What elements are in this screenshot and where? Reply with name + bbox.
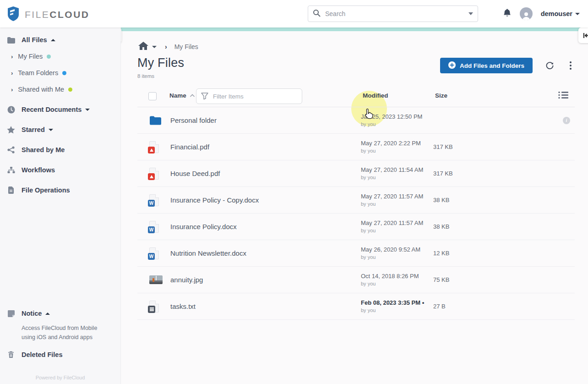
- modified-by: by you: [361, 174, 433, 181]
- file-table: Name Modified Size Personal folder: [137, 85, 575, 320]
- search-bar[interactable]: [308, 5, 478, 22]
- items-count: 8 items: [137, 73, 184, 79]
- expand-caret-icon: [49, 129, 53, 131]
- file-size: 38 KB: [433, 223, 558, 230]
- column-header-name[interactable]: Name: [169, 92, 195, 99]
- table-row[interactable]: House Deed.pdf May 27, 2020 11:54 AM by …: [137, 160, 575, 187]
- home-icon[interactable]: [138, 42, 148, 52]
- breadcrumb-separator: ›: [165, 43, 167, 50]
- file-type-icon: W: [149, 221, 163, 233]
- sidebar-collapse-button[interactable]: [121, 27, 121, 43]
- folder-icon: [6, 37, 16, 44]
- modified-cell: May 27, 2020 11:57 AM by you: [361, 193, 433, 207]
- filter-items-input[interactable]: [196, 88, 302, 104]
- main-content: › My Files My Files 8 items Add Files an…: [121, 27, 588, 384]
- trash-icon: [6, 351, 16, 358]
- file-name[interactable]: Personal folder: [170, 116, 361, 124]
- modified-cell: May 27, 2020 11:54 AM by you: [361, 166, 433, 181]
- share-icon: [6, 146, 16, 154]
- filecloud-shield-icon: [6, 6, 20, 23]
- modified-cell: May 27, 2020 2:22 PM by you: [361, 140, 433, 154]
- panel-collapse-button[interactable]: [578, 27, 588, 43]
- status-dot: [68, 88, 72, 92]
- status-dot: [62, 71, 66, 75]
- file-name[interactable]: Insurance Policy - Copy.docx: [170, 196, 361, 204]
- notifications-bell-icon[interactable]: [503, 8, 512, 19]
- modified-cell: Oct 14, 2018 8:26 PM by you: [361, 273, 433, 287]
- modified-date: May 27, 2020 11:54 AM: [361, 166, 433, 174]
- column-header-modified[interactable]: Modified: [363, 92, 388, 99]
- file-size: 12 KB: [433, 250, 558, 257]
- breadcrumb-dropdown-icon[interactable]: [152, 46, 157, 48]
- modified-cell: May 27, 2020 11:57 AM by you: [361, 219, 433, 234]
- filecloud-logo[interactable]: FILECLOUD: [6, 6, 90, 23]
- table-row[interactable]: W Insurance Policy.docx May 27, 2020 11:…: [137, 214, 575, 240]
- sidebar-item-shared-with-me[interactable]: › Shared with Me: [0, 81, 120, 98]
- file-size: 27 B: [433, 303, 558, 310]
- modified-cell: Feb 08, 2023 3:35 PM • by you: [361, 299, 433, 313]
- select-all-checkbox[interactable]: [148, 92, 157, 100]
- clock-icon: [6, 106, 16, 114]
- sidebar-item-all-files[interactable]: All Files: [0, 32, 120, 48]
- sidebar-item-my-files[interactable]: › My Files: [0, 48, 120, 65]
- table-body: Personal folder Jan 25, 2023 12:50 PM by…: [137, 107, 575, 320]
- sidebar-item-notice[interactable]: Notice: [0, 305, 120, 322]
- status-dot: [47, 55, 51, 59]
- file-type-icon: [149, 275, 163, 284]
- modified-date: May 26, 2020 9:52 AM: [361, 246, 433, 253]
- notice-text: Access FileCloud from Mobile using iOS a…: [0, 322, 120, 346]
- table-row[interactable]: Personal folder Jan 25, 2023 12:50 PM by…: [137, 107, 575, 134]
- search-scope-dropdown-icon[interactable]: [468, 12, 473, 15]
- sidebar-item-file-operations[interactable]: File Operations: [0, 182, 120, 198]
- sidebar: All Files › My Files › Team Folders › Sh…: [0, 27, 121, 384]
- sidebar-item-team-folders[interactable]: › Team Folders: [0, 65, 120, 81]
- powered-by-label: Powered by FileCloud: [0, 363, 120, 384]
- sidebar-item-recent-documents[interactable]: Recent Documents: [0, 101, 120, 118]
- user-menu-caret-icon: [575, 13, 580, 15]
- mouse-cursor-icon: [364, 108, 375, 122]
- search-icon: [313, 9, 321, 19]
- sidebar-item-workflows[interactable]: Workflows: [0, 162, 120, 178]
- search-input[interactable]: [325, 10, 468, 17]
- file-name[interactable]: annuity.jpg: [170, 276, 361, 284]
- sidebar-item-shared-by-me[interactable]: Shared by Me: [0, 142, 120, 158]
- sidebar-item-starred[interactable]: Starred: [0, 121, 120, 138]
- brand-text: FILECLOUD: [25, 9, 90, 20]
- sidebar-item-deleted-files[interactable]: Deleted Files: [0, 346, 120, 363]
- file-type-icon: [149, 141, 163, 153]
- expand-caret-icon: [85, 109, 90, 111]
- file-name[interactable]: Insurance Policy.docx: [170, 223, 361, 230]
- table-row[interactable]: annuity.jpg Oct 14, 2018 8:26 PM by you …: [137, 267, 575, 293]
- star-icon: [6, 126, 16, 134]
- table-row[interactable]: Financial.pdf May 27, 2020 2:22 PM by yo…: [137, 134, 575, 160]
- filter-items-field: [196, 88, 302, 104]
- table-row[interactable]: W Insurance Policy - Copy.docx May 27, 2…: [137, 187, 575, 214]
- table-row[interactable]: tasks.txt Feb 08, 2023 3:35 PM • by you …: [137, 293, 575, 320]
- list-view-icon[interactable]: [558, 91, 568, 101]
- modified-cell: May 26, 2020 9:52 AM by you: [361, 246, 433, 260]
- page-title: My Files: [137, 56, 184, 70]
- modified-by: by you: [361, 148, 433, 154]
- user-menu[interactable]: demouser: [541, 10, 580, 17]
- note-icon: [6, 310, 16, 317]
- file-name[interactable]: Financial.pdf: [170, 143, 361, 151]
- column-header-size[interactable]: Size: [435, 92, 447, 99]
- file-name[interactable]: Nutrition Newsletter.docx: [170, 249, 361, 257]
- table-row[interactable]: W Nutrition Newsletter.docx May 26, 2020…: [137, 240, 575, 267]
- file-type-icon: W: [149, 194, 163, 206]
- breadcrumb-current[interactable]: My Files: [174, 43, 198, 50]
- chevron-right-icon: ›: [11, 86, 13, 93]
- modified-date: May 27, 2020 11:57 AM: [361, 193, 433, 200]
- refresh-button[interactable]: [544, 60, 555, 71]
- file-size: 317 KB: [433, 143, 558, 150]
- user-avatar[interactable]: [520, 7, 533, 20]
- file-type-icon: [149, 115, 163, 125]
- file-name[interactable]: tasks.txt: [170, 302, 361, 310]
- info-icon[interactable]: i: [563, 117, 570, 124]
- more-options-button[interactable]: [567, 60, 574, 71]
- add-files-and-folders-button[interactable]: Add Files and Folders: [440, 58, 533, 73]
- modified-by: by you: [361, 254, 433, 260]
- top-bar: FILECLOUD demouser: [0, 0, 588, 27]
- file-name[interactable]: House Deed.pdf: [170, 170, 361, 177]
- modified-date: Feb 08, 2023 3:35 PM •: [361, 299, 433, 307]
